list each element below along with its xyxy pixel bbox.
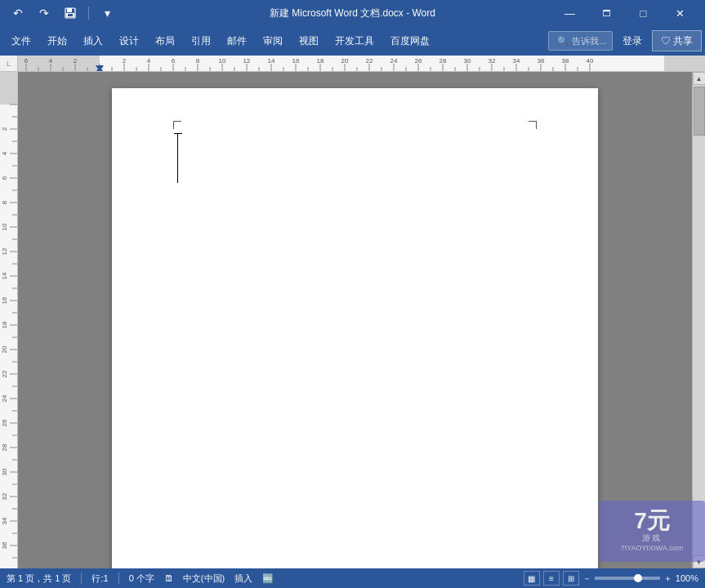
status-line: 行:1 [91,572,108,585]
view-web-button[interactable]: ⊞ [563,571,579,586]
close-button[interactable]: ✕ [662,0,698,26]
text-cursor [177,133,178,183]
status-page: 第 1 页，共 1 页 [7,572,71,585]
margin-corner-tr [529,121,537,129]
svg-rect-3 [68,14,73,16]
status-icon1: 🖺 [164,573,173,583]
quick-access-toolbar: ↶ ↷ ▾ [7,2,154,24]
search-placeholder: 告诉我... [572,35,606,47]
zoom-in-icon[interactable]: ＋ [663,572,672,585]
menu-mailings[interactable]: 邮件 [219,26,255,56]
menu-view[interactable]: 视图 [291,26,327,56]
menu-right-area: 🔍 告诉我... 登录 ♡ 共享 [548,30,702,51]
ruler-container: L [0,56,705,72]
zoom-control: － ＋ 100% [582,572,698,585]
zoom-thumb [634,574,642,582]
zoom-level: 100% [676,573,698,583]
save-button[interactable] [59,2,82,24]
status-lang: 中文(中国) [183,572,225,585]
minimize-button[interactable]: — [551,0,588,26]
redo-button[interactable]: ↷ [33,2,56,24]
view-print-button[interactable]: ▦ [524,571,540,586]
restore-button[interactable]: 🗖 [588,0,625,26]
status-mode: 插入 [234,572,252,585]
status-right: ▦ ≡ ⊞ － ＋ 100% [524,571,698,586]
menu-design[interactable]: 设计 [111,26,147,56]
menu-layout[interactable]: 布局 [147,26,183,56]
scroll-up-button[interactable]: ▲ [693,72,706,85]
menu-references[interactable]: 引用 [183,26,219,56]
status-sep2 [118,572,119,584]
maximize-button[interactable]: □ [625,0,662,26]
vertical-scrollbar[interactable]: ▲ ▼ [692,72,705,568]
cursor-body [177,138,178,183]
status-bar: 第 1 页，共 1 页 行:1 0 个字 🖺 中文(中国) 插入 🔤 ▦ ≡ ⊞… [0,568,705,588]
customize-qat-button[interactable]: ▾ [96,2,118,24]
share-button[interactable]: ♡ 共享 [652,30,702,51]
menu-developer[interactable]: 开发工具 [327,26,382,56]
search-box[interactable]: 🔍 告诉我... [548,31,612,51]
login-button[interactable]: 登录 [616,34,649,48]
main-area: ▲ ▼ [0,72,705,568]
scroll-track[interactable] [693,85,706,555]
scroll-down-button[interactable]: ▼ [693,555,706,568]
status-sep1 [81,572,82,584]
cursor-top [177,133,178,138]
svg-rect-1 [67,8,72,12]
status-chars: 0 个字 [129,572,154,585]
zoom-slider[interactable] [595,577,660,580]
undo-button[interactable]: ↶ [7,2,29,24]
document-area[interactable] [18,72,692,568]
menu-review[interactable]: 审阅 [255,26,291,56]
menu-bar: 文件 开始 插入 设计 布局 引用 邮件 审阅 视图 开发工具 百度网盘 🔍 告… [0,26,705,56]
zoom-out-icon[interactable]: － [582,572,591,585]
menu-insert[interactable]: 插入 [75,26,111,56]
menu-file[interactable]: 文件 [3,26,39,56]
window-controls: — 🗖 □ ✕ [551,0,698,26]
menu-baidu[interactable]: 百度网盘 [382,26,438,56]
search-icon: 🔍 [557,36,569,47]
ruler-corner: L [0,56,18,72]
document-page[interactable] [112,88,598,568]
scroll-thumb[interactable] [694,87,705,136]
margin-corner-tl [173,121,181,129]
view-reading-button[interactable]: ≡ [543,571,560,586]
horizontal-ruler [18,56,705,72]
title-bar: ↶ ↷ ▾ 新建 Microsoft Word 文档.docx - Word —… [0,0,705,26]
menu-home[interactable]: 开始 [39,26,75,56]
window-title: 新建 Microsoft Word 文档.docx - Word [154,7,551,20]
vertical-ruler [0,72,18,568]
sep [88,7,89,20]
status-icon2: 🔤 [262,573,274,584]
